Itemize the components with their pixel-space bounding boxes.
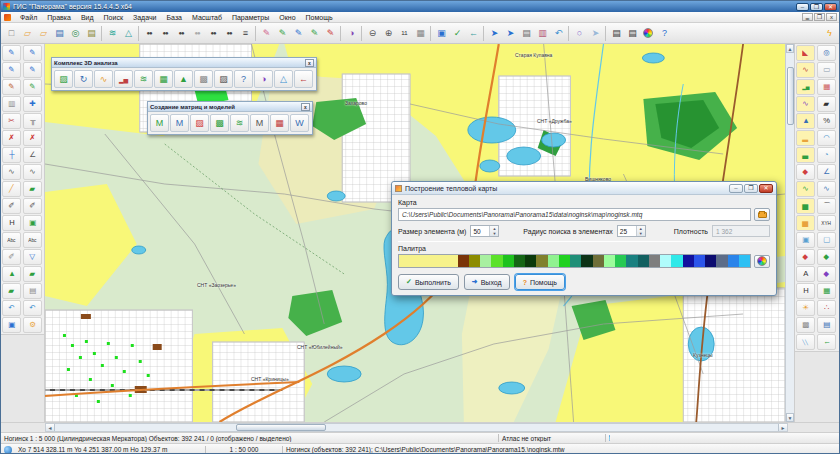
delete-node-button[interactable]: ✗ xyxy=(23,130,42,146)
search-route-button[interactable]: ○ xyxy=(571,25,587,42)
new-map-button[interactable]: □ xyxy=(3,25,19,42)
clipboard-text-button[interactable]: ▤ xyxy=(518,25,534,42)
palette-swatch[interactable] xyxy=(626,255,637,267)
signal-chart-button[interactable]: ∿ xyxy=(796,62,815,78)
close-icon[interactable]: x xyxy=(305,59,314,67)
delete-object-button[interactable]: ✗ xyxy=(2,130,21,146)
dotted-matrix-button[interactable]: ▩ xyxy=(210,114,229,132)
menu-Параметры[interactable]: Параметры xyxy=(227,14,274,21)
palette-swatch[interactable] xyxy=(604,255,615,267)
spline-tool-button[interactable]: ✎ xyxy=(2,79,21,95)
arc-tool-button[interactable]: ⌒ xyxy=(817,198,836,214)
element-size-value[interactable]: 50 xyxy=(471,228,489,235)
map-message-button[interactable]: ▥ xyxy=(534,25,550,42)
scroll-right-icon[interactable]: ► xyxy=(778,424,787,431)
palette-swatch[interactable] xyxy=(570,255,581,267)
palette-edit-button[interactable] xyxy=(754,255,770,268)
heat-gradient-button[interactable]: ▨ xyxy=(190,114,209,132)
color-wheel-button[interactable] xyxy=(640,25,656,42)
smooth-line-2-button[interactable]: ∿ xyxy=(23,164,42,180)
pointer-button[interactable]: ➤ xyxy=(587,25,603,42)
palette-swatch[interactable] xyxy=(615,255,626,267)
dome-3d-button[interactable]: ◠ xyxy=(817,130,836,146)
find-repeat-button[interactable]: ●● xyxy=(221,25,237,42)
scroll-left-icon[interactable]: ◄ xyxy=(46,424,55,431)
help-pointer-button[interactable]: ? xyxy=(656,25,672,42)
exit-door-button[interactable]: ← xyxy=(817,334,836,350)
heatmap-dialog-titlebar[interactable]: Построение тепловой карты – ❐ ✕ xyxy=(392,182,776,195)
profile-chart-button[interactable]: ◣ xyxy=(796,45,815,61)
cone-view-button[interactable]: △ xyxy=(274,70,293,88)
close-button[interactable]: ✕ xyxy=(824,3,837,11)
palette-swatch[interactable] xyxy=(469,255,480,267)
back-view-button[interactable]: ← xyxy=(465,25,481,42)
open-map-button[interactable]: ▱ xyxy=(19,25,35,42)
print-button[interactable]: ▤ xyxy=(608,25,624,42)
rainbow-stack-button[interactable]: ◆ xyxy=(796,249,815,265)
cylinder-3d-button[interactable]: ▭ xyxy=(817,62,836,78)
horizontal-scroll-thumb[interactable] xyxy=(236,424,326,431)
element-size-stepper[interactable]: 50 ▲▼ xyxy=(470,225,499,237)
open-project-button[interactable]: ▤ xyxy=(83,25,99,42)
sphere-view-button[interactable]: ◑ xyxy=(254,70,273,88)
scatter-chart-button[interactable]: ∿ xyxy=(817,181,836,197)
fill-tool-button[interactable]: ▥ xyxy=(2,96,21,112)
undo-edit-button[interactable]: ↶ xyxy=(2,300,21,316)
palette-swatch[interactable] xyxy=(503,255,514,267)
grid-net-button[interactable]: ▦ xyxy=(270,114,289,132)
select-frame-button[interactable]: ▦ xyxy=(412,25,428,42)
triangle-net-button[interactable]: ▲ xyxy=(2,266,21,282)
texture-button[interactable]: ▨ xyxy=(214,70,233,88)
edit-add-button[interactable]: ✎ xyxy=(290,25,306,42)
menu-Задачи[interactable]: Задачи xyxy=(128,14,162,21)
object-list-button[interactable]: ≡ xyxy=(237,25,253,42)
map-3d-view-button[interactable]: ▨ xyxy=(54,70,73,88)
slope-tool-button[interactable]: ∠ xyxy=(817,164,836,180)
map-marked-button[interactable]: ▦ xyxy=(817,283,836,299)
section-chart-button[interactable]: ▂▅ xyxy=(114,70,133,88)
toolbar-3d-analysis-titlebar[interactable]: Комплекс 3D анализа x xyxy=(52,58,316,68)
select-object-button[interactable]: ➤ xyxy=(486,25,502,42)
find-object-button[interactable]: ●● xyxy=(141,25,157,42)
bar-chart-button[interactable]: ▂▅ xyxy=(796,79,815,95)
mtw-model-button[interactable]: W xyxy=(290,114,309,132)
menu-База[interactable]: База xyxy=(161,14,187,21)
layer-model-button[interactable]: ≋ xyxy=(230,114,249,132)
palette-swatch[interactable] xyxy=(581,255,592,267)
menu-Окно[interactable]: Окно xyxy=(274,14,300,21)
frame-select-button[interactable]: ▣ xyxy=(2,317,21,333)
palette-swatch[interactable] xyxy=(705,255,716,267)
layer-cake-button[interactable]: ◆ xyxy=(817,266,836,282)
palette-swatch[interactable] xyxy=(728,255,739,267)
open-site-button[interactable]: ▱ xyxy=(35,25,51,42)
lightning-button[interactable]: ϟ xyxy=(821,25,837,42)
zoom-in-button[interactable]: ⊕ xyxy=(380,25,396,42)
select-panel-button[interactable]: ➤ xyxy=(502,25,518,42)
palette-swatch[interactable] xyxy=(739,255,750,267)
info-icon[interactable]: i xyxy=(609,435,610,441)
edit-contour-button[interactable]: ✎ xyxy=(23,62,42,78)
map-to-matrix-4-button[interactable]: M xyxy=(170,114,189,132)
map-texture-button[interactable]: ▩ xyxy=(796,317,815,333)
surface-tool-2-button[interactable]: ▰ xyxy=(2,283,21,299)
spinner-arrows-icon[interactable]: ▲▼ xyxy=(636,226,645,236)
crosshair-tool-button[interactable]: ┼ xyxy=(2,147,21,163)
drop-3d-button[interactable]: ◔ xyxy=(817,147,836,163)
terrain-chart-button[interactable]: ▂ xyxy=(796,130,815,146)
horizontal-scrollbar[interactable]: ◄ ► xyxy=(45,423,788,432)
palette-swatch[interactable] xyxy=(694,255,705,267)
palette-swatch[interactable] xyxy=(548,255,559,267)
maximize-button[interactable]: ❐ xyxy=(810,3,823,11)
map-matrix-button[interactable]: ▦ xyxy=(154,70,173,88)
wave-chart-button[interactable]: ∿ xyxy=(796,181,815,197)
palette-swatch[interactable] xyxy=(683,255,694,267)
layer-stack-button[interactable]: ◆ xyxy=(796,164,815,180)
zoom-out-button[interactable]: ⊖ xyxy=(364,25,380,42)
dialog-maximize-button[interactable]: ❐ xyxy=(744,184,758,193)
redo-edit-button[interactable]: ↶ xyxy=(23,300,42,316)
map-to-matrix-button[interactable]: M xyxy=(150,114,169,132)
palette-swatch[interactable] xyxy=(559,255,570,267)
scroll-up-icon[interactable]: ▲ xyxy=(786,44,794,53)
exit-3d-button[interactable]: ← xyxy=(294,70,313,88)
pulse-chart-button[interactable]: ∿ xyxy=(796,96,815,112)
